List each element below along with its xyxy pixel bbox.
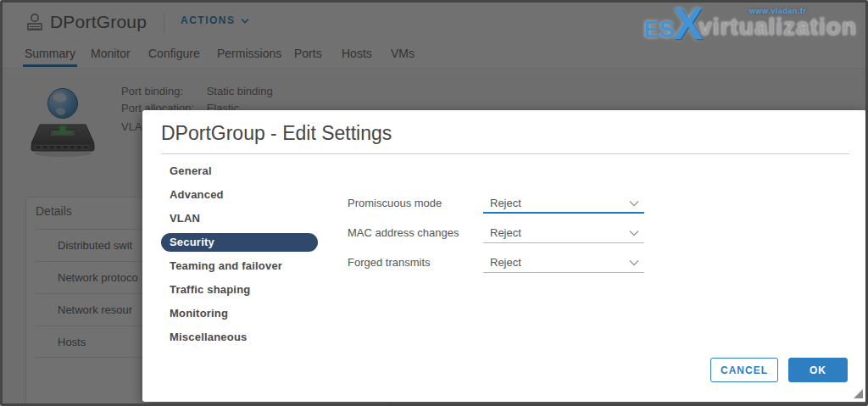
chevron-down-icon	[629, 259, 639, 266]
cancel-button[interactable]: CANCEL	[710, 358, 778, 382]
mac-address-changes-select[interactable]: Reject	[483, 223, 644, 243]
esx-virtualization-logo: ES X www.vladan.fr virtualization	[644, 4, 857, 45]
dialog-nav: General Advanced VLAN Security Teaming a…	[161, 162, 318, 352]
screenshot-frame: DPortGroup ACTIONS Summary Monitor Confi…	[0, 0, 868, 406]
nav-item-traffic-shaping[interactable]: Traffic shaping	[161, 281, 318, 299]
security-form: Promiscuous mode Reject MAC address chan…	[348, 188, 644, 277]
dialog-resize-handle[interactable]	[854, 389, 863, 398]
nav-item-security[interactable]: Security	[161, 233, 318, 252]
chevron-down-icon	[629, 230, 639, 236]
nav-item-miscellaneous[interactable]: Miscellaneous	[161, 328, 318, 347]
ok-button[interactable]: OK	[788, 358, 848, 382]
logo-es-text: ES	[644, 17, 675, 43]
promiscuous-mode-select[interactable]: Reject	[483, 193, 644, 214]
mac-address-changes-label: MAC address changes	[348, 226, 483, 239]
nav-item-advanced[interactable]: Advanced	[161, 186, 318, 204]
form-row-mac-address-changes: MAC address changes Reject	[348, 218, 644, 247]
dialog-footer: CANCEL OK	[710, 358, 848, 382]
selected-value: Reject	[490, 226, 521, 239]
form-row-forged-transmits: Forged transmits Reject	[348, 247, 644, 277]
promiscuous-mode-label: Promiscuous mode	[348, 197, 483, 209]
chevron-down-icon	[629, 200, 639, 207]
forged-transmits-select[interactable]: Reject	[483, 253, 644, 273]
forged-transmits-label: Forged transmits	[348, 256, 483, 269]
nav-item-teaming-and-failover[interactable]: Teaming and failover	[161, 257, 318, 275]
selected-value: Reject	[490, 256, 521, 269]
dialog-title-separator	[161, 153, 849, 154]
logo-word-text: virtualization	[698, 15, 857, 39]
selected-value: Reject	[490, 197, 521, 209]
edit-settings-dialog: DPortGroup - Edit Settings General Advan…	[142, 110, 866, 402]
nav-item-vlan[interactable]: VLAN	[161, 209, 318, 228]
nav-item-monitoring[interactable]: Monitoring	[161, 304, 318, 323]
dialog-title: DPortGroup - Edit Settings	[161, 122, 392, 145]
form-row-promiscuous-mode: Promiscuous mode Reject	[348, 188, 644, 218]
nav-item-general[interactable]: General	[161, 162, 318, 181]
